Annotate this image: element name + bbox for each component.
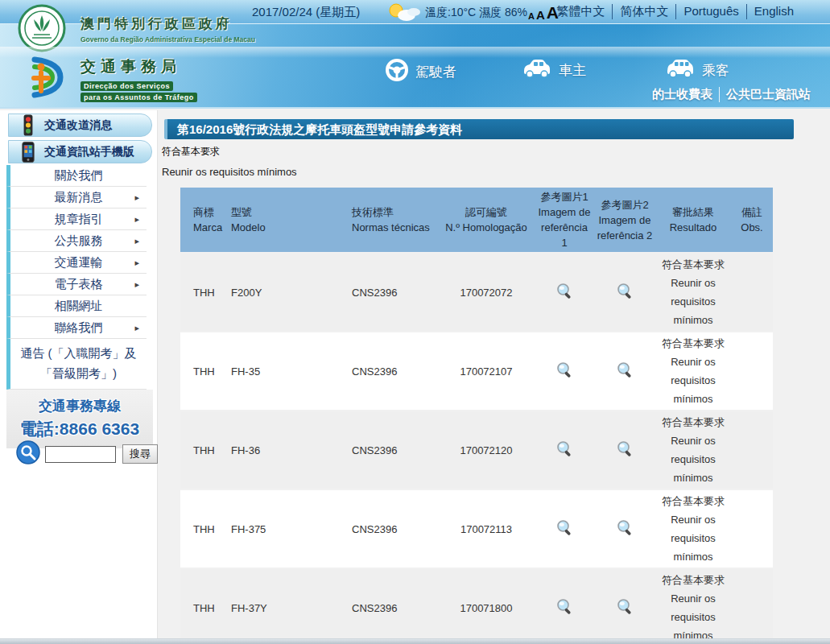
cell-obs [731, 332, 773, 410]
nav-driver-label: 駕駛者 [415, 63, 456, 81]
nav-passenger[interactable]: 乘客 [665, 58, 729, 82]
main-content: 第16/2016號行政法規之摩托車頭盔型號申請參考資料 符合基本要求 Reuni… [159, 110, 830, 644]
table-row: THH FH-36 CNS2396 170072120 符合基本要求 Reuni… [180, 411, 773, 489]
col-header-obs: 備註Obs. [731, 188, 773, 252]
font-size-medium-button[interactable]: A [536, 9, 545, 21]
col-header-resultado: 審批結果Resultado [655, 188, 731, 252]
page-bottom-edge [0, 638, 830, 644]
sidebar-item-public-services[interactable]: 公共服務 ▸ [6, 230, 147, 252]
font-size-small-button[interactable]: A [528, 12, 535, 21]
sidebar-item-label: 交通改道消息 [44, 118, 112, 133]
sidebar-item-about-us[interactable]: 關於我們 [6, 165, 147, 187]
subtitle-portuguese: Reunir os requisitos mínimos [162, 166, 830, 178]
sidebar-search: 搜尋 [16, 440, 158, 468]
dsat-logo-text: 交通事務局 Direcção dos Serviços para os Assu… [81, 56, 197, 102]
bus-icon [665, 58, 696, 82]
reference-image1-magnifier-icon[interactable] [555, 283, 573, 303]
macau-government-emblem[interactable] [18, 4, 66, 56]
lang-portuguese[interactable]: Português [675, 4, 745, 19]
current-date: 2017/02/24 (星期五) [252, 5, 360, 20]
lang-english[interactable]: English [746, 4, 801, 19]
search-button[interactable]: 搜尋 [122, 444, 158, 464]
col-header-marca: 商標Marca [180, 188, 229, 252]
dsat-title: 交通事務局 [81, 56, 197, 77]
reference-image1-magnifier-icon[interactable] [555, 519, 573, 539]
reference-image2-magnifier-icon[interactable] [616, 361, 634, 382]
cell-modelo: FH-36 [229, 411, 349, 489]
col-header-imagem2: 參考圖片2Imagem de referência 2 [594, 188, 655, 252]
cell-modelo: FH-35 [229, 332, 349, 410]
col-header-normas: 技術標準Normas técnicas [349, 188, 438, 252]
weather-sun-cloud-icon [385, 2, 420, 26]
sidebar-item-contact-us[interactable]: 聯絡我們 ▸ [6, 317, 147, 339]
cell-modelo: FH-37Y [229, 569, 349, 644]
sidebar-item-latest-news[interactable]: 最新消息 ▸ [6, 187, 147, 208]
dsat-subtitle-line1: Direcção dos Serviços [81, 81, 173, 91]
cell-resultado: 符合基本要求 Reunir os requisitos mínimos [655, 490, 731, 568]
nav-car-owner-label: 車主 [559, 61, 586, 80]
col-header-imagem1: 參考圖片1Imagem de referência 1 [535, 188, 594, 252]
sidebar-item-related-links[interactable]: 相關網址 [6, 295, 147, 317]
header-quick-links: 的士收費表 公共巴士資訊站 [646, 87, 817, 102]
cell-marca: THH [180, 254, 229, 331]
cell-normas: CNS2396 [349, 569, 438, 644]
reference-image2-magnifier-icon[interactable] [616, 283, 634, 303]
cell-normas: CNS2396 [349, 490, 438, 568]
cell-resultado: 符合基本要求 Reunir os requisitos mínimos [655, 411, 731, 489]
reference-image1-magnifier-icon[interactable] [555, 361, 573, 382]
cell-normas: CNS2396 [349, 254, 438, 331]
cell-obs [731, 490, 773, 568]
table-row: THH FH-375 CNS2396 170072113 符合基本要求 Reun… [180, 490, 773, 568]
cell-marca: THH [180, 411, 229, 489]
cell-homologacao: 170072120 [438, 411, 535, 489]
bus-info-link[interactable]: 公共巴士資訊站 [719, 87, 817, 102]
nav-driver[interactable]: 駕駛者 [385, 58, 456, 85]
sidebar-item-regulations-guidelines[interactable]: 規章指引 ▸ [6, 208, 147, 230]
sidebar-item-recruitment-notice[interactable]: 通告 (「入職開考」及 「晉級開考」) [6, 339, 147, 390]
language-switcher: 繁體中文 简体中文 Português English [549, 4, 801, 19]
search-input[interactable] [45, 446, 116, 463]
cell-modelo: FH-375 [229, 490, 349, 568]
traffic-light-icon [19, 114, 38, 138]
cell-obs [731, 411, 773, 489]
lang-traditional-chinese[interactable]: 繁體中文 [549, 4, 612, 19]
cell-obs [731, 569, 773, 644]
submenu-arrow-icon: ▸ [134, 230, 139, 251]
cell-modelo: F200Y [229, 254, 349, 331]
reference-image1-magnifier-icon[interactable] [555, 598, 573, 618]
reference-image2-magnifier-icon[interactable] [616, 440, 634, 460]
dsat-bureau-logo[interactable] [24, 55, 69, 103]
sidebar-item-eforms[interactable]: 電子表格 ▸ [6, 274, 147, 295]
gov-title: 澳門特別行政區政府 [81, 14, 255, 33]
cell-homologacao: 170072072 [438, 254, 535, 331]
dsat-subtitle-line2: para os Assuntos de Tráfego [81, 93, 197, 102]
submenu-arrow-icon: ▸ [134, 252, 139, 273]
table-row: THH FH-37Y CNS2396 170071800 符合基本要求 Reun… [180, 569, 773, 644]
nav-car-owner[interactable]: 車主 [522, 58, 586, 82]
gov-subtitle: Governo da Região Administrativa Especia… [81, 35, 255, 43]
sidebar-item-traffic-diversion[interactable]: 交通改道消息 [8, 114, 152, 137]
steering-wheel-icon [385, 58, 409, 85]
submenu-arrow-icon: ▸ [134, 187, 139, 208]
col-header-homologacao: 認可編號N.º Homologação [438, 188, 535, 252]
reference-image2-magnifier-icon[interactable] [616, 519, 634, 539]
cell-marca: THH [180, 569, 229, 644]
gov-logo-text: 澳門特別行政區政府 Governo da Região Administrati… [81, 14, 255, 43]
site-header: 2017/02/24 (星期五) 溫度:10°C 濕度 86% A A A 繁體… [0, 0, 830, 109]
sidebar-item-mobile-portal[interactable]: 交通資訊站手機版 [8, 140, 152, 163]
sidebar-item-traffic-transport[interactable]: 交通運輸 ▸ [6, 252, 147, 274]
hotline-number: 電話:8866 6363 [6, 418, 153, 440]
lang-simplified-chinese[interactable]: 简体中文 [612, 4, 675, 19]
sidebar-item-label: 交通資訊站手機版 [44, 145, 134, 159]
cell-homologacao: 170071800 [438, 569, 535, 644]
cell-normas: CNS2396 [349, 332, 438, 410]
reference-image1-magnifier-icon[interactable] [555, 440, 573, 460]
cell-resultado: 符合基本要求 Reunir os requisitos mínimos [655, 332, 731, 410]
sidebar: 交通改道消息 交通資訊站手機版 關於我們 最新消息 ▸ 規章指引 ▸ [0, 110, 158, 644]
search-icon [16, 440, 40, 468]
reference-image2-magnifier-icon[interactable] [616, 598, 634, 618]
cell-homologacao: 170072107 [438, 332, 535, 410]
cell-marca: THH [180, 332, 229, 410]
page-title: 第16/2016號行政法規之摩托車頭盔型號申請參考資料 [164, 119, 794, 139]
taxi-fare-link[interactable]: 的士收費表 [646, 87, 719, 102]
